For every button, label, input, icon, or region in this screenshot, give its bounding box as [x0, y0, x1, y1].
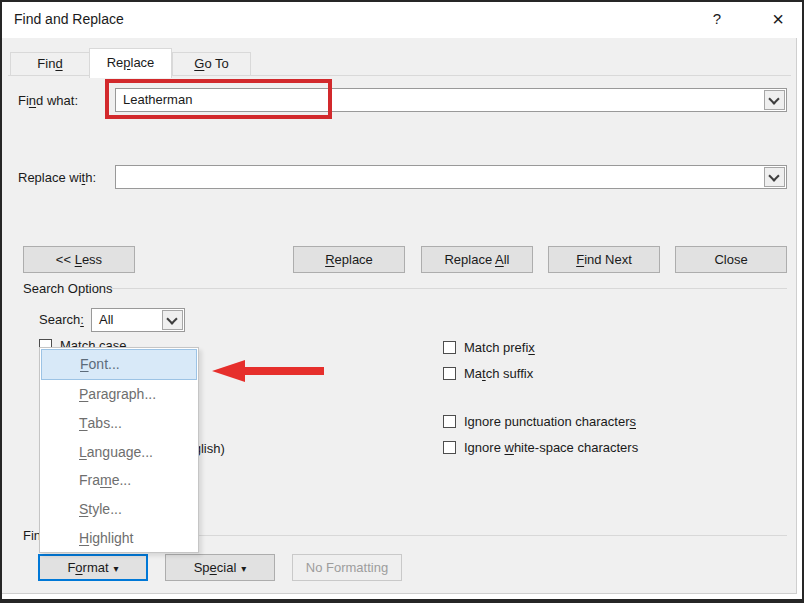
special-button-label: Special — [194, 560, 237, 575]
replace-with-label: Replace with: — [18, 170, 96, 185]
replace-with-input[interactable] — [115, 165, 787, 189]
find-and-replace-dialog: Find and Replace ? × Find Replace Go To … — [0, 0, 804, 603]
find-what-value: Leatherman — [123, 92, 192, 107]
search-options-header: Search Options — [23, 281, 113, 296]
match-suffix-checkbox[interactable] — [443, 367, 456, 380]
close-button[interactable]: Close — [675, 246, 787, 273]
match-prefix-label: Match prefix — [464, 340, 535, 355]
find-what-label: Find what: — [18, 93, 78, 108]
special-button[interactable]: Special▾ — [165, 554, 275, 581]
menu-item-frame[interactable]: Frame... — [40, 466, 198, 495]
search-options-divider — [109, 288, 787, 289]
ignore-whitespace-label: Ignore white-space characters — [464, 440, 638, 455]
tab-go-to[interactable]: Go To — [172, 52, 251, 76]
chevron-down-icon — [166, 313, 177, 324]
menu-item-style[interactable]: Style... — [40, 495, 198, 524]
replace-all-button[interactable]: Replace All — [421, 246, 533, 273]
format-button-label: Format — [67, 560, 108, 575]
match-suffix-label: Match suffix — [464, 366, 533, 381]
title-bar: Find and Replace ? × — [2, 2, 797, 38]
find-what-dropdown-button[interactable] — [764, 90, 785, 110]
ignore-punctuation-label: Ignore punctuation characters — [464, 414, 636, 429]
search-direction-dropdown-button[interactable] — [162, 310, 183, 330]
format-button[interactable]: Format▾ — [38, 554, 148, 581]
less-button[interactable]: << Less — [23, 246, 135, 273]
tab-replace[interactable]: Replace — [89, 48, 172, 78]
dropdown-arrow-icon: ▾ — [114, 563, 119, 574]
chevron-down-icon — [768, 170, 779, 181]
find-what-input[interactable]: Leatherman — [115, 88, 787, 112]
menu-item-paragraph[interactable]: Paragraph... — [40, 380, 198, 409]
search-direction-value: All — [99, 312, 113, 327]
menu-item-highlight[interactable]: Highlight — [40, 523, 198, 552]
ignore-whitespace-checkbox[interactable] — [443, 441, 456, 454]
search-direction-label: Search: — [39, 312, 84, 327]
menu-item-language[interactable]: Language... — [40, 437, 198, 466]
no-formatting-button: No Formatting — [292, 554, 402, 581]
ignore-punctuation-checkbox[interactable] — [443, 415, 456, 428]
dropdown-arrow-icon: ▾ — [241, 563, 246, 574]
dialog-surface: Find and Replace ? × Find Replace Go To … — [2, 2, 797, 594]
format-menu: Font... Paragraph... Tabs... Language...… — [39, 347, 199, 553]
replace-button[interactable]: Replace — [293, 246, 405, 273]
tab-find[interactable]: Find — [10, 52, 90, 76]
close-icon[interactable]: × — [765, 6, 791, 32]
search-direction-select[interactable]: All — [91, 308, 185, 332]
dialog-title: Find and Replace — [14, 11, 124, 27]
match-prefix-checkbox[interactable] — [443, 341, 456, 354]
annotation-arrow-icon — [211, 358, 326, 384]
replace-with-dropdown-button[interactable] — [764, 167, 785, 187]
chevron-down-icon — [768, 93, 779, 104]
menu-item-tabs[interactable]: Tabs... — [40, 408, 198, 437]
help-icon[interactable]: ? — [706, 10, 728, 30]
find-next-button[interactable]: Find Next — [548, 246, 660, 273]
menu-item-font[interactable]: Font... — [41, 349, 197, 380]
